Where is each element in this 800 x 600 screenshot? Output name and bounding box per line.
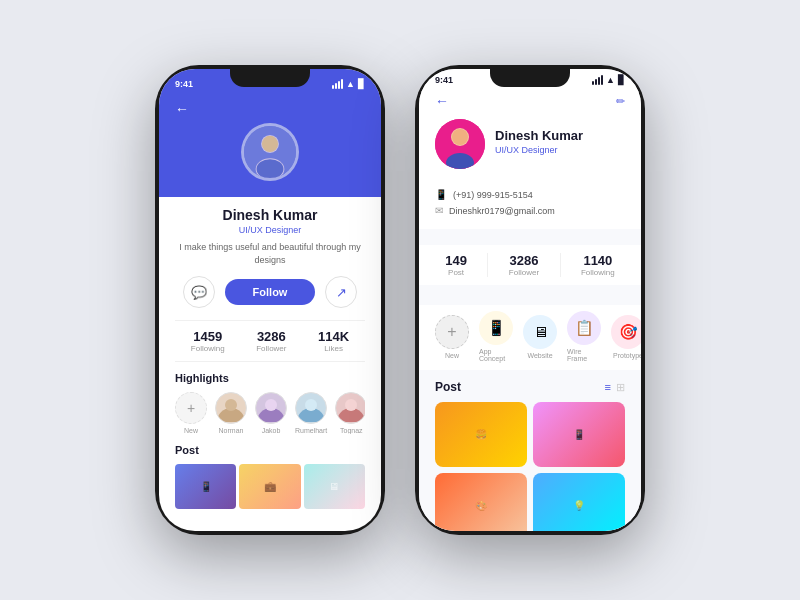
highlight-new[interactable]: + New <box>175 392 207 434</box>
follower-count: 3286 <box>256 329 286 344</box>
stat-following: 1459 Following <box>191 329 225 353</box>
right-stats: 149 Post 3286 Follower 1140 Following <box>419 245 641 285</box>
svg-point-6 <box>225 399 237 411</box>
back-button-right[interactable]: ← <box>435 93 449 109</box>
highlights-title: Highlights <box>175 372 365 384</box>
stat-follower-right: 3286 Follower <box>509 253 539 277</box>
post-count: 149 <box>445 253 467 268</box>
follower-label: Follower <box>256 344 286 353</box>
category-new[interactable]: + New <box>435 315 469 359</box>
cat-proto-icon[interactable]: 🎯 <box>611 315 641 349</box>
action-buttons: 💬 Follow ↗ <box>175 276 365 308</box>
notch-left <box>230 65 310 87</box>
following-label-right: Following <box>581 268 615 277</box>
svg-point-10 <box>305 399 317 411</box>
stat-post: 149 Post <box>445 253 467 277</box>
status-icons-right: ▲ ▊ <box>592 75 625 85</box>
highlight-tognaz[interactable]: Tognaz <box>335 392 365 434</box>
cat-web-icon[interactable]: 🖥 <box>523 315 557 349</box>
cat-new-icon[interactable]: + <box>435 315 469 349</box>
categories-section: + New 📱 App Concept 🖥 Website 📋 Wire Fra… <box>419 305 641 370</box>
user-title-left: UI/UX Designer <box>175 225 365 235</box>
posts-section-left: Post 📱 💼 🖥 <box>175 444 365 509</box>
view-toggle: ≡ ⊞ <box>605 381 625 394</box>
posts-title-left: Post <box>175 444 365 456</box>
posts-grid-right: 🍔 📱 🎨 💡 <box>435 402 625 531</box>
highlight-norman-circle[interactable] <box>215 392 247 424</box>
wifi-icon-right: ▲ <box>606 75 615 85</box>
back-button-left[interactable]: ← <box>175 101 189 117</box>
highlights-row: + New Norman <box>175 392 365 434</box>
user-bio-left: I make things useful and beautiful throu… <box>175 241 365 266</box>
left-screen: 9:41 ▲ ▊ ← <box>159 69 381 531</box>
highlight-jakob[interactable]: Jakob <box>255 392 287 434</box>
stat-divider-2 <box>560 253 561 277</box>
rbar4 <box>601 75 603 85</box>
user-name-left: Dinesh Kumar <box>175 207 365 223</box>
status-icons-left: ▲ ▊ <box>332 79 365 89</box>
following-count: 1459 <box>191 329 225 344</box>
phone-icon: 📱 <box>435 189 447 200</box>
post-thumb-3[interactable]: 🖥 <box>304 464 365 509</box>
posts-header: Post ≡ ⊞ <box>435 380 625 394</box>
edit-button[interactable]: ✏ <box>616 95 625 108</box>
categories-row: + New 📱 App Concept 🖥 Website 📋 Wire Fra… <box>435 311 625 362</box>
list-view-icon[interactable]: ≡ <box>605 381 611 394</box>
category-wireframe[interactable]: 📋 Wire Frame <box>567 311 601 362</box>
right-content: 📱 (+91) 999-915-5154 ✉ Dineshkr0179@gmai… <box>419 189 641 229</box>
rbar3 <box>598 77 600 85</box>
signal-icon-right <box>592 75 603 85</box>
highlight-tognaz-circle[interactable] <box>335 392 365 424</box>
highlight-norman[interactable]: Norman <box>215 392 247 434</box>
bar3 <box>338 81 340 89</box>
stat-follower: 3286 Follower <box>256 329 286 353</box>
right-post-3[interactable]: 🎨 <box>435 473 527 531</box>
svg-point-4 <box>257 159 284 178</box>
stat-following-right: 1140 Following <box>581 253 615 277</box>
highlight-tognaz-label: Tognaz <box>340 427 363 434</box>
highlight-add-circle[interactable]: + <box>175 392 207 424</box>
grid-view-icon[interactable]: ⊞ <box>616 381 625 394</box>
email-icon: ✉ <box>435 205 443 216</box>
stats-row-left: 1459 Following 3286 Follower 114K Likes <box>175 320 365 362</box>
right-post-4[interactable]: 💡 <box>533 473 625 531</box>
follow-button[interactable]: Follow <box>225 279 316 305</box>
cat-wire-icon[interactable]: 📋 <box>567 311 601 345</box>
cat-app-icon[interactable]: 📱 <box>479 311 513 345</box>
right-phone: 9:41 ▲ ▊ ← ✏ <box>415 65 645 535</box>
rbar2 <box>595 79 597 85</box>
avatar-right <box>435 119 485 169</box>
right-post-2[interactable]: 📱 <box>533 402 625 467</box>
likes-count: 114K <box>318 329 349 344</box>
highlight-norman-label: Norman <box>219 427 244 434</box>
cat-proto-label: Prototype <box>613 352 641 359</box>
time-right: 9:41 <box>435 75 453 85</box>
highlight-rumelhart-label: Rumelhart <box>295 427 327 434</box>
right-post-1[interactable]: 🍔 <box>435 402 527 467</box>
highlight-rumelhart[interactable]: Rumelhart <box>295 392 327 434</box>
highlight-jakob-circle[interactable] <box>255 392 287 424</box>
phone-row: 📱 (+91) 999-915-5154 <box>435 189 625 200</box>
stat-likes: 114K Likes <box>318 329 349 353</box>
svg-point-3 <box>262 136 278 152</box>
wifi-icon: ▲ <box>346 79 355 89</box>
post-thumb-2[interactable]: 💼 <box>239 464 300 509</box>
message-button[interactable]: 💬 <box>183 276 215 308</box>
right-nav: ← ✏ <box>435 93 625 109</box>
cat-web-label: Website <box>527 352 552 359</box>
cat-wire-label: Wire Frame <box>567 348 601 362</box>
right-screen: 9:41 ▲ ▊ ← ✏ <box>419 69 641 531</box>
highlight-rumelhart-circle[interactable] <box>295 392 327 424</box>
post-deco-1: 📱 <box>175 464 236 509</box>
category-app[interactable]: 📱 App Concept <box>479 311 513 362</box>
bar2 <box>335 83 337 89</box>
category-website[interactable]: 🖥 Website <box>523 315 557 359</box>
notch-right <box>490 65 570 87</box>
highlight-jakob-label: Jakob <box>262 427 281 434</box>
post-thumb-1[interactable]: 📱 <box>175 464 236 509</box>
svg-point-8 <box>265 399 277 411</box>
category-prototype[interactable]: 🎯 Prototype <box>611 315 641 359</box>
share-button[interactable]: ↗ <box>325 276 357 308</box>
post-deco-3: 🖥 <box>304 464 365 509</box>
left-phone: 9:41 ▲ ▊ ← <box>155 65 385 535</box>
